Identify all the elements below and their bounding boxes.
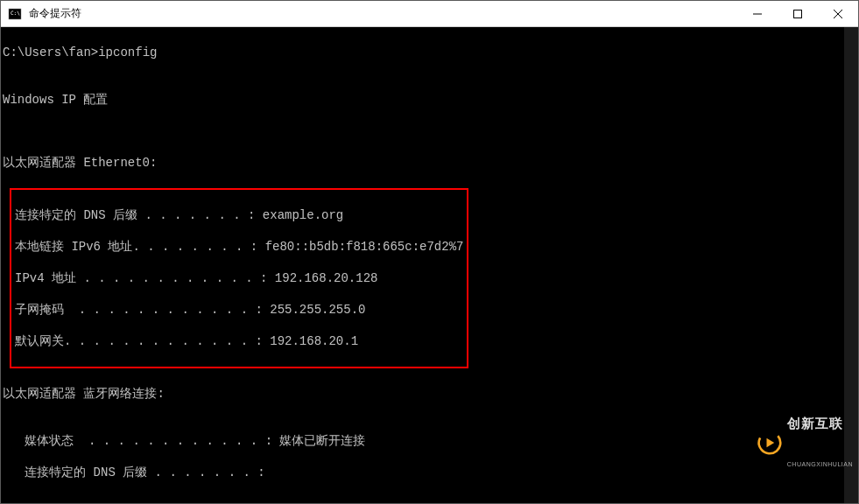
watermark-icon	[757, 430, 782, 455]
output-line: 本地链接 IPv6 地址. . . . . . . . : fe80::b5db…	[15, 239, 463, 255]
output-line: 连接特定的 DNS 后缀 . . . . . . . : example.org	[15, 207, 463, 223]
watermark-logo: 创新互联 CHUANGXINHULIAN	[757, 385, 853, 500]
section-header: 以太网适配器 Ethernet0:	[3, 155, 858, 171]
output-line: 子网掩码 . . . . . . . . . . . . : 255.255.2…	[15, 302, 463, 318]
svg-text:C:\: C:\	[11, 10, 20, 16]
svg-rect-3	[794, 10, 802, 18]
output-line: 连接特定的 DNS 后缀 . . . . . . . :	[3, 465, 858, 480]
command-prompt-window: C:\ 命令提示符 C:\Users\fan>ipconfig Windows …	[0, 0, 859, 504]
terminal-output[interactable]: C:\Users\fan>ipconfig Windows IP 配置 以太网适…	[1, 27, 858, 503]
svg-marker-7	[766, 438, 774, 447]
watermark-text: 创新互联	[787, 416, 853, 430]
app-icon: C:\	[6, 5, 24, 23]
close-button[interactable]	[818, 1, 858, 27]
highlighted-network-info: 连接特定的 DNS 后缀 . . . . . . . : example.org…	[10, 188, 468, 368]
minimize-button[interactable]	[737, 1, 778, 27]
prompt-command: ipconfig	[98, 46, 157, 60]
output-line: 默认网关. . . . . . . . . . . . . : 192.168.…	[15, 333, 463, 349]
titlebar[interactable]: C:\ 命令提示符	[1, 1, 858, 27]
output-line: 媒体状态 . . . . . . . . . . . . : 媒体已断开连接	[3, 433, 858, 449]
output-line: Windows IP 配置	[3, 92, 858, 108]
output-line: IPv4 地址 . . . . . . . . . . . . : 192.16…	[15, 270, 463, 286]
window-title: 命令提示符	[29, 6, 81, 21]
section-header: 以太网适配器 蓝牙网络连接:	[3, 386, 858, 402]
prompt-line: C:\Users\fan>ipconfig	[3, 45, 858, 60]
prompt-path: C:\Users\fan>	[3, 46, 98, 60]
watermark-subtext: CHUANGXINHULIAN	[787, 461, 853, 468]
maximize-button[interactable]	[778, 1, 818, 27]
